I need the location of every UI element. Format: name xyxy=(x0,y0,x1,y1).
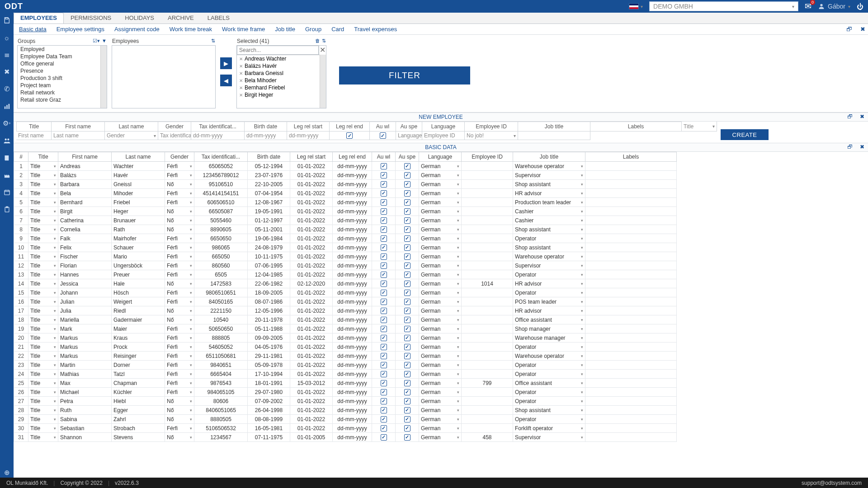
cell[interactable]: ✓ xyxy=(396,415,419,424)
cell[interactable]: dd-mm-yyyy xyxy=(333,433,372,442)
cell[interactable] xyxy=(462,424,513,433)
cell[interactable] xyxy=(462,261,513,270)
cell[interactable]: German▾ xyxy=(419,189,462,198)
cell[interactable]: Mariella xyxy=(58,315,112,324)
rail-users-icon[interactable] xyxy=(2,136,12,145)
cell[interactable]: Preuer xyxy=(112,270,165,279)
cell[interactable]: German▾ xyxy=(419,415,462,424)
cell[interactable] xyxy=(462,406,513,415)
cell[interactable]: ✓ xyxy=(372,198,396,207)
cell[interactable]: Nő▾ xyxy=(165,433,194,442)
cell[interactable]: 01-01-2022 xyxy=(290,270,333,279)
cell[interactable]: ✓ xyxy=(372,279,396,288)
cell[interactable]: 01-01-2022 xyxy=(290,315,333,324)
cell[interactable]: 27 xyxy=(14,397,28,406)
cell[interactable] xyxy=(585,406,677,415)
cell[interactable]: 22-06-1982 xyxy=(248,279,290,288)
cell[interactable]: ✓ xyxy=(396,261,419,270)
cell[interactable]: Mairhofer xyxy=(112,234,165,243)
cell[interactable]: dd-mm-yyyy xyxy=(333,189,372,198)
cell[interactable] xyxy=(585,315,677,324)
cell[interactable]: 12 xyxy=(14,261,28,270)
cell[interactable]: Title▾ xyxy=(28,180,58,189)
cell[interactable]: Title▾ xyxy=(28,162,58,171)
cell[interactable]: dd-mm-yyyy xyxy=(333,352,372,361)
ne-input[interactable]: Gender▾ xyxy=(105,131,158,140)
cell[interactable]: 984065105 xyxy=(194,388,248,397)
cell[interactable]: ✓ xyxy=(396,162,419,171)
cell[interactable]: ✓ xyxy=(396,180,419,189)
cell[interactable] xyxy=(585,433,677,442)
cell[interactable]: 9806510651 xyxy=(194,288,248,297)
cell[interactable]: ✓ xyxy=(372,397,396,406)
subtab-job-title[interactable]: Job title xyxy=(275,26,295,33)
cell[interactable]: ✓ xyxy=(372,433,396,442)
group-item[interactable]: Retail store Graz xyxy=(18,96,107,103)
group-item[interactable]: Employed xyxy=(18,46,107,53)
cell[interactable]: German▾ xyxy=(419,243,462,252)
cell[interactable]: Title▾ xyxy=(28,306,58,315)
cell[interactable]: Gneissl xyxy=(112,180,165,189)
cell[interactable]: 01-01-2005 xyxy=(290,433,333,442)
cell[interactable]: Operator▾ xyxy=(513,388,585,397)
rail-calendar-icon[interactable] xyxy=(2,187,12,197)
cell[interactable]: 5106506532 xyxy=(194,424,248,433)
cell[interactable]: Title▾ xyxy=(28,361,58,370)
cell[interactable]: 10 xyxy=(14,243,28,252)
group-item[interactable]: Presence xyxy=(18,67,107,75)
cell[interactable]: Hale xyxy=(112,279,165,288)
cell[interactable]: 665050 xyxy=(194,252,248,261)
cell[interactable]: Andreas xyxy=(58,162,112,171)
cell[interactable]: Nő▾ xyxy=(165,397,194,406)
cell[interactable]: 07-11-1975 xyxy=(248,433,290,442)
cell[interactable]: dd-mm-yyyy xyxy=(333,361,372,370)
window-close-icon[interactable]: ✖ xyxy=(860,26,865,33)
cell[interactable]: German▾ xyxy=(419,252,462,261)
swap-icon[interactable]: ⇅ xyxy=(322,38,326,44)
cell[interactable] xyxy=(585,415,677,424)
cell[interactable]: dd-mm-yyyy xyxy=(333,216,372,225)
cell[interactable]: Férfi▾ xyxy=(165,270,194,279)
cell[interactable]: Michael xyxy=(58,388,112,397)
cell[interactable]: Title▾ xyxy=(28,225,58,234)
cell[interactable]: dd-mm-yyyy xyxy=(333,279,372,288)
cell[interactable]: Warehouse manager▾ xyxy=(513,333,585,343)
cell[interactable]: dd-mm-yyyy xyxy=(333,198,372,207)
group-item[interactable]: Office general xyxy=(18,60,107,67)
ne-input[interactable]: No job!▾ xyxy=(465,131,518,140)
window-restore-icon[interactable]: 🗗 xyxy=(846,26,852,33)
cell[interactable]: Rath xyxy=(112,225,165,234)
cell[interactable]: 07-06-1995 xyxy=(248,261,290,270)
subtab-travel-expenses[interactable]: Travel expenses xyxy=(354,26,397,33)
cell[interactable]: dd-mm-yyyy xyxy=(333,424,372,433)
cell[interactable]: 65065052 xyxy=(194,162,248,171)
cell[interactable]: Férfi▾ xyxy=(165,370,194,379)
col-header[interactable]: Tax identificati... xyxy=(194,152,248,162)
cell[interactable]: German▾ xyxy=(419,379,462,388)
cell[interactable]: Operator▾ xyxy=(513,397,585,406)
cell[interactable]: 12-05-1996 xyxy=(248,306,290,315)
cell[interactable]: Schauer xyxy=(112,243,165,252)
window-restore-icon[interactable]: 🗗 xyxy=(847,144,853,150)
cell[interactable]: 01-01-2022 xyxy=(290,207,333,216)
cell[interactable]: German▾ xyxy=(419,234,462,243)
selected-item[interactable]: ✕Balázs Havér xyxy=(237,62,326,70)
cell[interactable]: ✓ xyxy=(396,207,419,216)
cell[interactable] xyxy=(462,388,513,397)
ne-input[interactable]: First name xyxy=(16,131,52,140)
cell[interactable] xyxy=(585,343,677,352)
cell[interactable]: 10-11-1975 xyxy=(248,252,290,261)
col-header[interactable]: # xyxy=(14,152,28,162)
cell[interactable]: 16-05-1981 xyxy=(248,424,290,433)
cell[interactable] xyxy=(585,288,677,297)
cell[interactable]: ✓ xyxy=(372,324,396,333)
cell[interactable]: Havér xyxy=(112,171,165,180)
cell[interactable]: German▾ xyxy=(419,343,462,352)
subtab-card[interactable]: Card xyxy=(331,26,344,33)
cell[interactable]: Weigert xyxy=(112,297,165,306)
subtab-basic-data[interactable]: Basic data xyxy=(19,26,47,33)
cell[interactable]: Supervisor▾ xyxy=(513,171,585,180)
cell[interactable] xyxy=(462,270,513,279)
cell[interactable]: 12-08-1967 xyxy=(248,198,290,207)
cell[interactable]: dd-mm-yyyy xyxy=(333,261,372,270)
